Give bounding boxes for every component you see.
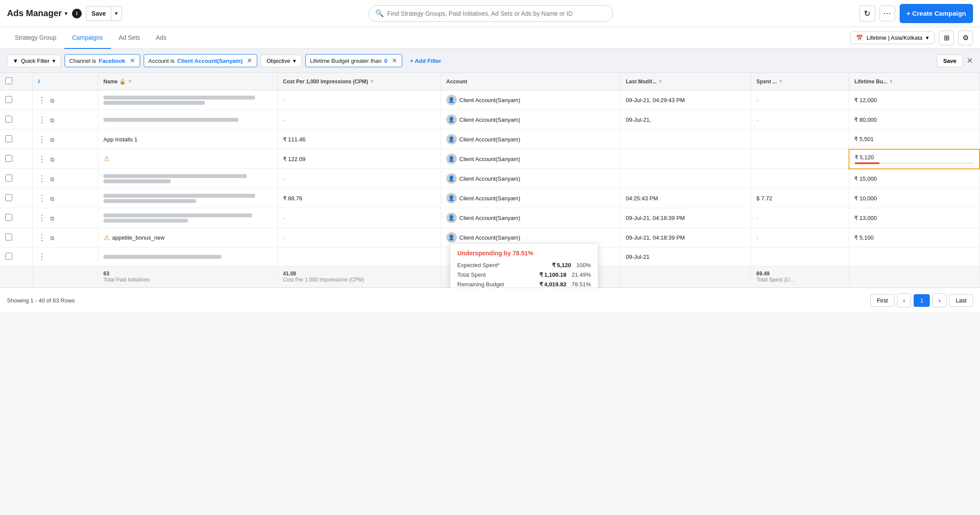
app-title-chevron[interactable]: ▾	[65, 10, 68, 17]
row-copy-icon[interactable]: ⧉	[50, 215, 54, 222]
row-copy-icon[interactable]: ⧉	[50, 117, 54, 124]
create-campaign-button[interactable]: + Create Campaign	[900, 4, 973, 23]
blur-line	[104, 255, 221, 259]
save-dropdown-arrow[interactable]: ▾	[111, 7, 121, 21]
row-name-cell	[98, 90, 277, 110]
th-account: Account	[441, 73, 620, 90]
quick-filter-button[interactable]: ▼ Quick Filter ▾	[7, 55, 61, 67]
app-title: Ads Manager ▾	[7, 8, 68, 18]
filter-bar-close[interactable]: ✕	[966, 56, 973, 65]
account-filter-label: Account is	[148, 58, 175, 64]
tooltip-remaining-values: ₹ 4,019.82 78.51%	[539, 281, 591, 288]
more-options-button[interactable]: ···	[880, 6, 895, 21]
row-actions-cell: ⋮ ⧉	[33, 189, 98, 208]
row-copy-icon[interactable]: ⧉	[50, 97, 54, 104]
row-dots-menu[interactable]: ⋮	[38, 96, 46, 104]
row-checkbox[interactable]	[5, 155, 12, 162]
blur-line	[104, 213, 252, 217]
row-checkbox[interactable]	[5, 175, 12, 182]
th-cpm-sort[interactable]: ▼	[370, 79, 374, 84]
row-dots-menu[interactable]: ⋮	[38, 154, 46, 163]
tab-campaigns[interactable]: Campaigns	[64, 27, 111, 49]
account-name: Client Account(Sanyam)	[459, 156, 520, 162]
save-button[interactable]: Save ▾	[86, 6, 122, 21]
tooltip-remaining-row: Remaining Budget ₹ 4,019.82 78.51%	[457, 281, 591, 288]
current-page-button[interactable]: 1	[914, 294, 930, 307]
row-dots-menu[interactable]: ⋮	[38, 233, 46, 242]
tab-strategy-group[interactable]: Strategy Group	[7, 27, 64, 49]
warning-icon: ⚠	[104, 154, 110, 163]
footer-count-cell: 63 Total Paid Initiatives	[98, 266, 277, 288]
th-spent-sort[interactable]: ▼	[779, 79, 783, 84]
tooltip-total-label: Total Spent	[457, 271, 486, 278]
refresh-button[interactable]: ↻	[859, 6, 875, 21]
row-dots-menu[interactable]: ⋮	[38, 135, 46, 144]
next-page-button[interactable]: ›	[932, 293, 946, 307]
filter-save-button[interactable]: Save	[937, 55, 963, 67]
row-dots-menu[interactable]: ⋮	[38, 174, 46, 183]
lifetime-filter-close[interactable]: ✕	[392, 57, 397, 65]
avatar: 👤	[446, 154, 457, 164]
row-checkbox[interactable]	[5, 194, 12, 201]
cpm-value: -	[283, 97, 285, 103]
row-checkbox[interactable]	[5, 233, 12, 240]
row-copy-icon[interactable]: ⧉	[50, 137, 54, 143]
row-account-cell: 👤 Client Account(Sanyam)	[441, 130, 620, 149]
th-modified: Last Modif... ▼	[621, 73, 751, 90]
search-input[interactable]	[387, 10, 607, 17]
th-modified-sort[interactable]: ▼	[658, 79, 663, 84]
row-spent-cell	[751, 169, 849, 189]
th-name-lock: 🔒	[119, 79, 126, 85]
first-page-button[interactable]: First	[870, 294, 894, 307]
row-copy-icon[interactable]: ⧉	[50, 156, 54, 163]
row-account-cell: 👤 Client Account(Sanyam)	[441, 90, 620, 110]
settings-button[interactable]: ⚙	[958, 31, 973, 45]
footer-empty	[849, 266, 980, 288]
info-icon[interactable]: i	[72, 9, 82, 18]
footer-count: 63	[104, 271, 109, 277]
row-name-text: appetite_bonus_new	[112, 234, 165, 241]
row-checkbox[interactable]	[5, 253, 12, 260]
row-spent-cell: -	[751, 90, 849, 110]
account-filter-close[interactable]: ✕	[247, 57, 252, 65]
row-checkbox[interactable]	[5, 214, 12, 221]
th-lifetime-sort[interactable]: ▼	[889, 79, 894, 84]
objective-filter-button[interactable]: Objective ▾	[261, 55, 301, 67]
tab-ads[interactable]: Ads	[148, 27, 174, 49]
row-actions-cell: ⋮ ⧉	[33, 169, 98, 189]
row-copy-icon[interactable]: ⧉	[50, 196, 54, 202]
row-checkbox[interactable]	[5, 96, 12, 103]
account-cell: 👤 Client Account(Sanyam)	[446, 173, 615, 184]
blurred-name	[104, 255, 272, 259]
select-all-checkbox[interactable]	[5, 77, 12, 84]
prev-page-button[interactable]: ‹	[897, 293, 911, 307]
tooltip-expected-values: ₹ 5,120 100%	[552, 262, 591, 268]
row-modified-cell: 09-Jul-21, 04:18:39 PM	[621, 208, 751, 228]
th-name-sort[interactable]: ▼	[128, 79, 132, 84]
row-dots-menu[interactable]: ⋮	[38, 213, 46, 222]
row-dots-menu[interactable]: ⋮	[38, 194, 46, 203]
footer-count-label: Total Paid Initiatives	[104, 277, 272, 283]
row-actions-cell: ⋮ ⧉	[33, 110, 98, 130]
row-dots-menu[interactable]: ⋮	[38, 115, 46, 124]
lifetime-filter-button[interactable]: 📅 Lifetime | Asia/Kolkata ▾	[850, 31, 935, 44]
blurred-name	[104, 174, 272, 183]
row-actions-cell: ⋮ ⧉	[33, 90, 98, 110]
tabs: Strategy Group Campaigns Ad Sets Ads	[7, 27, 174, 49]
row-name-cell: App Installs 1	[98, 130, 277, 149]
add-filter-button[interactable]: + Add Filter	[406, 55, 445, 67]
row-dots-menu[interactable]: ⋮	[38, 252, 46, 261]
channel-filter-close[interactable]: ✕	[130, 57, 135, 65]
row-copy-icon[interactable]: ⧉	[50, 176, 54, 182]
blur-line	[104, 194, 255, 198]
row-lifetime-cell: ₹ 5,100	[849, 228, 980, 247]
tooltip-title: Underspending by 78.51%	[457, 250, 591, 257]
tooltip-remaining-val: ₹ 4,019.82	[539, 281, 566, 288]
row-checkbox[interactable]	[5, 116, 12, 123]
row-copy-icon[interactable]: ⧉	[50, 235, 54, 241]
last-page-button[interactable]: Last	[949, 294, 973, 307]
tab-ad-sets[interactable]: Ad Sets	[111, 27, 148, 49]
row-checkbox[interactable]	[5, 135, 12, 142]
row-lifetime-cell: ₹ 12,000	[849, 90, 980, 110]
columns-button[interactable]: ⊞	[939, 31, 954, 45]
